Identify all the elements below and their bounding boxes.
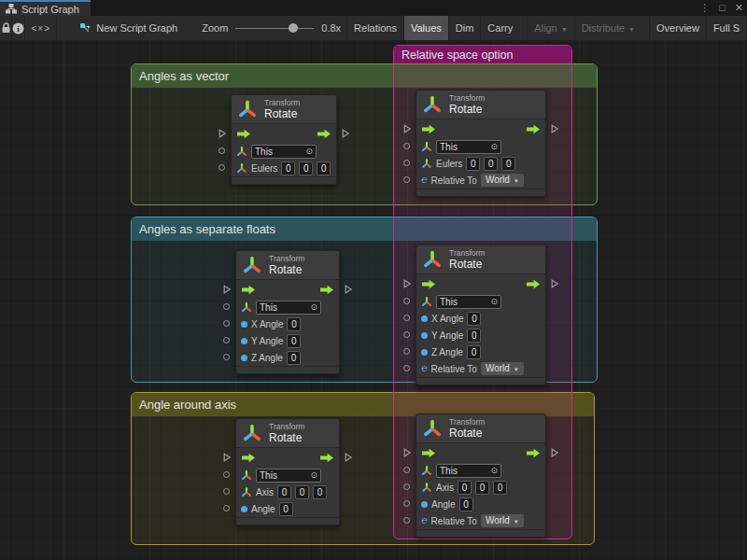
control-input-port[interactable]	[402, 124, 412, 133]
toolbar-button-overview[interactable]: Overview	[649, 16, 706, 40]
value-input-port[interactable]	[223, 337, 230, 343]
value-input-port[interactable]	[223, 505, 230, 511]
target-object-field[interactable]: This⊙	[436, 464, 501, 478]
value-input-port[interactable]	[403, 348, 410, 355]
lock-button[interactable]	[0, 16, 12, 40]
value-input-port[interactable]	[403, 160, 410, 166]
node-header[interactable]: TransformRotate	[416, 91, 545, 119]
vector-component-input[interactable]: 0	[466, 157, 480, 171]
toolbar-button-carry[interactable]: Carry	[480, 16, 519, 40]
value-input-port[interactable]	[403, 483, 410, 490]
zoom-slider-handle[interactable]	[289, 23, 298, 33]
value-input-port[interactable]	[223, 320, 230, 327]
node-header[interactable]: TransformRotate	[236, 251, 339, 280]
value-input-port[interactable]	[223, 488, 230, 495]
group-header[interactable]: Relative space option	[394, 46, 571, 63]
node-header[interactable]: TransformRotate	[416, 414, 545, 443]
toolbar-button-full-s[interactable]: Full S	[706, 16, 747, 40]
vector-component-input[interactable]: 0	[277, 485, 291, 499]
value-input-port[interactable]	[403, 517, 410, 524]
relative-space-dropdown[interactable]: World▼	[481, 514, 524, 527]
vector-component-input[interactable]: 0	[281, 161, 295, 175]
toolbar-button-dim[interactable]: Dim	[448, 16, 481, 40]
vector-component-input[interactable]: 0	[484, 157, 498, 171]
control-input-port[interactable]	[222, 285, 232, 294]
object-picker-icon[interactable]: ⊙	[490, 296, 498, 308]
relative-space-dropdown[interactable]: World▼	[481, 362, 524, 375]
object-picker-icon[interactable]: ⊙	[305, 146, 313, 158]
float-input[interactable]: 0	[287, 317, 301, 331]
object-picker-icon[interactable]: ⊙	[310, 301, 317, 314]
float-input[interactable]: 0	[467, 312, 481, 326]
node-header[interactable]: TransformRotate	[236, 419, 339, 448]
control-input-port[interactable]	[402, 279, 412, 288]
new-script-graph-button[interactable]: New Script Graph	[70, 16, 187, 40]
value-input-port[interactable]	[223, 303, 230, 310]
float-input[interactable]: 0	[459, 497, 473, 511]
float-input[interactable]: 0	[287, 351, 301, 365]
value-input-port[interactable]	[223, 354, 230, 360]
unit-node-rotate[interactable]: TransformRotateThis⊙Eulers000	[231, 94, 337, 185]
toolbar-button-values[interactable]: Values	[403, 16, 448, 40]
control-output-port[interactable]	[344, 285, 353, 294]
target-object-field[interactable]: This⊙	[436, 295, 501, 309]
vector-component-input[interactable]: 0	[493, 481, 507, 495]
float-input[interactable]: 0	[467, 329, 481, 343]
value-input-port[interactable]	[403, 500, 410, 507]
target-object-field[interactable]: This⊙	[256, 469, 321, 483]
value-input-port[interactable]	[403, 365, 410, 371]
vector-component-input[interactable]: 0	[313, 485, 327, 499]
float-input[interactable]: 0	[287, 334, 301, 348]
value-input-port[interactable]	[403, 467, 410, 473]
toolbar-button-align[interactable]: Align▼	[527, 16, 573, 40]
target-object-field[interactable]: This⊙	[251, 145, 317, 159]
unit-node-rotate[interactable]: TransformRotateThis⊙X Angle0Y Angle0Z An…	[416, 245, 546, 385]
control-output-port[interactable]	[344, 453, 353, 462]
vector-component-input[interactable]: 0	[501, 157, 515, 171]
target-object-field[interactable]: This⊙	[436, 140, 501, 154]
value-input-port[interactable]	[218, 147, 225, 154]
unit-node-rotate[interactable]: TransformRotateThis⊙X Angle0Y Angle0Z An…	[235, 250, 340, 374]
control-input-port[interactable]	[402, 448, 412, 457]
control-output-port[interactable]	[341, 129, 350, 138]
inspect-code-button[interactable]: <×>	[25, 16, 57, 40]
vector-component-input[interactable]: 0	[458, 481, 472, 495]
close-icon[interactable]: ✕	[735, 0, 743, 16]
value-input-port[interactable]	[218, 164, 225, 171]
value-input-port[interactable]	[403, 331, 410, 338]
control-output-port[interactable]	[550, 448, 559, 457]
info-button[interactable]: i	[12, 16, 25, 40]
value-input-port[interactable]	[403, 298, 410, 304]
toolbar-button-relations[interactable]: Relations	[346, 16, 403, 40]
toolbar-button-distribute[interactable]: Distribute▼	[574, 16, 641, 40]
graph-canvas[interactable]: Angles as vectorAngles as separate float…	[0, 40, 747, 560]
vector-component-input[interactable]: 0	[317, 161, 331, 175]
object-picker-icon[interactable]: ⊙	[310, 469, 317, 482]
value-input-port[interactable]	[403, 315, 410, 321]
control-output-port[interactable]	[550, 124, 559, 133]
more-menu-icon[interactable]: ⋮	[699, 0, 710, 16]
unit-node-rotate[interactable]: TransformRotateThis⊙Eulers000℮Relative T…	[416, 90, 546, 197]
object-picker-icon[interactable]: ⊙	[490, 465, 498, 477]
object-picker-icon[interactable]: ⊙	[490, 141, 498, 153]
value-input-port[interactable]	[403, 176, 410, 183]
relative-space-dropdown[interactable]: World▼	[481, 174, 524, 187]
float-input[interactable]: 0	[279, 502, 293, 516]
zoom-slider[interactable]	[235, 16, 314, 40]
value-input-port[interactable]	[403, 143, 410, 149]
control-output-port[interactable]	[550, 279, 559, 288]
control-input-port[interactable]	[222, 453, 232, 462]
tab-script-graph[interactable]: Script Graph	[0, 0, 91, 16]
control-input-port[interactable]	[218, 129, 227, 138]
value-input-port[interactable]	[223, 471, 230, 478]
target-object-field[interactable]: This⊙	[256, 301, 321, 315]
float-input[interactable]: 0	[467, 345, 481, 359]
maximize-icon[interactable]: □	[719, 0, 726, 16]
vector-component-input[interactable]: 0	[295, 485, 309, 499]
node-header[interactable]: TransformRotate	[416, 245, 545, 274]
vector-component-input[interactable]: 0	[299, 161, 313, 175]
node-header[interactable]: TransformRotate	[232, 95, 336, 124]
vector-component-input[interactable]: 0	[475, 481, 489, 495]
unit-node-rotate[interactable]: TransformRotateThis⊙Axis000Angle0	[235, 418, 340, 525]
unit-node-rotate[interactable]: TransformRotateThis⊙Axis000Angle0℮Relati…	[416, 413, 546, 538]
